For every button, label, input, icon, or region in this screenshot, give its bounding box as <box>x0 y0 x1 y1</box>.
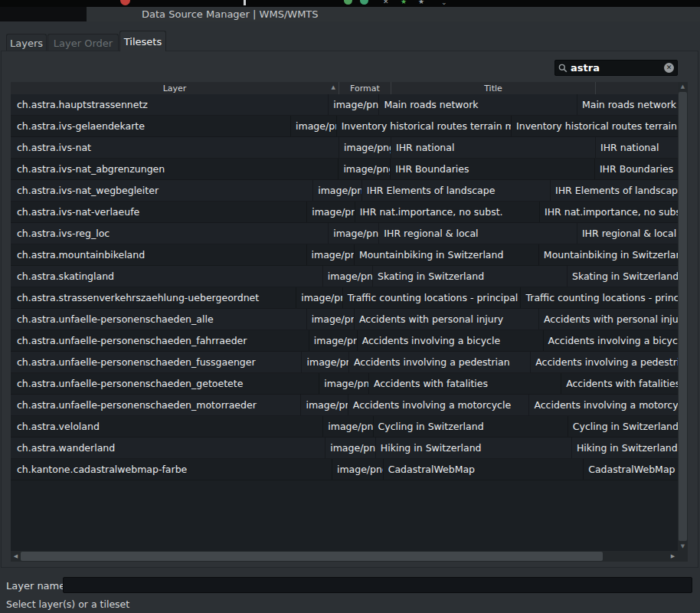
cell-title[interactable]: Hiking in Switzerland <box>376 438 572 458</box>
cell-format[interactable]: image/png <box>313 180 362 201</box>
vertical-scrollbar-thumb[interactable] <box>679 92 687 541</box>
cell-abstract[interactable]: IHR Boundaries <box>595 159 678 179</box>
cell-title[interactable]: Accidents involving a bicycle <box>358 330 544 351</box>
cell-abstract[interactable]: Accidents involving a pedestrian <box>531 352 678 372</box>
cell-title[interactable]: Accidents involving a pedestrian <box>349 352 531 372</box>
cell-abstract[interactable]: Inventory historical routes terrain map <box>512 116 678 136</box>
cell-layer[interactable]: ch.astra.mountainbikeland <box>11 244 307 265</box>
cell-title[interactable]: Skating in Switzerland <box>373 266 568 287</box>
cell-layer[interactable]: ch.astra.strassenverkehrszaehlung-ueberg… <box>11 287 296 308</box>
cell-layer[interactable]: ch.astra.ivs-nat-verlaeufe <box>11 202 307 222</box>
cell-format[interactable]: image/png <box>307 244 355 265</box>
cell-abstract[interactable]: Mountainbiking in Switzerland <box>539 244 678 265</box>
table-row[interactable]: ch.astra.skatingland image/png Skating i… <box>11 266 678 287</box>
cell-layer[interactable]: ch.astra.ivs-nat <box>11 137 339 158</box>
cell-title[interactable]: Accidents with fatalities <box>369 373 561 394</box>
table-row[interactable]: ch.astra.ivs-nat image/png IHR national … <box>11 137 678 159</box>
table-row[interactable]: ch.astra.ivs-reg_loc image/png IHR regio… <box>11 223 678 244</box>
table-row[interactable]: ch.astra.mountainbikeland image/png Moun… <box>11 244 678 266</box>
cell-format[interactable]: image/png <box>319 373 369 394</box>
column-header-layer[interactable]: Layer ▲ <box>11 82 339 94</box>
cell-format[interactable]: image/png <box>339 137 391 158</box>
cell-format[interactable]: image/png <box>332 459 384 480</box>
scroll-right-arrow-icon[interactable]: ▶ <box>668 551 678 562</box>
cell-title[interactable]: IHR national <box>391 137 596 158</box>
cell-layer[interactable]: ch.astra.ivs-gelaendekarte <box>11 116 291 136</box>
cell-format[interactable]: image/png <box>323 416 373 437</box>
clear-search-icon[interactable]: ✕ <box>664 63 674 73</box>
column-header-abstract[interactable] <box>596 82 678 94</box>
column-header-format[interactable]: Format <box>339 82 391 94</box>
cell-abstract[interactable]: Skating in Switzerland <box>568 266 678 287</box>
table-row[interactable]: ch.astra.ivs-nat_abgrenzungen image/png … <box>11 159 678 180</box>
cell-abstract[interactable]: IHR nat.importance, no subst. <box>540 202 678 222</box>
cell-layer[interactable]: ch.astra.hauptstrassennetz <box>11 94 329 115</box>
cell-abstract[interactable]: Traffic counting locations - principal <box>521 287 678 308</box>
cell-abstract[interactable]: IHR regional & local <box>577 223 678 244</box>
cell-layer[interactable]: ch.astra.ivs-reg_loc <box>11 223 329 244</box>
cell-title[interactable]: Traffic counting locations - principal <box>343 287 522 308</box>
cell-format[interactable]: image/png <box>323 266 373 287</box>
cell-title[interactable]: Main roads network <box>379 94 577 115</box>
cell-layer[interactable]: ch.astra.unfaelle-personenschaeden_alle <box>11 309 307 329</box>
cell-layer[interactable]: ch.astra.wanderland <box>11 438 325 458</box>
table-row[interactable]: ch.astra.ivs-nat_wegbegleiter image/png … <box>11 180 678 202</box>
cell-format[interactable]: image/png <box>302 352 349 372</box>
table-row[interactable]: ch.astra.ivs-nat-verlaeufe image/png IHR… <box>11 202 678 223</box>
cell-abstract[interactable]: Cycling in Switzerland <box>568 416 678 437</box>
cell-format[interactable]: image/png <box>291 116 337 136</box>
cell-format[interactable]: image/png <box>329 223 379 244</box>
cell-title[interactable]: IHR regional & local <box>379 223 577 244</box>
search-box[interactable]: ✕ <box>554 60 678 76</box>
column-header-title[interactable]: Title <box>391 82 596 94</box>
cell-format[interactable]: image/png <box>296 287 343 308</box>
horizontal-scrollbar-thumb[interactable] <box>21 552 603 561</box>
table-row[interactable]: ch.astra.strassenverkehrszaehlung-ueberg… <box>11 287 678 309</box>
scroll-up-arrow-icon[interactable]: ▲ <box>678 82 688 91</box>
table-row[interactable]: ch.kantone.cadastralwebmap-farbe image/p… <box>11 459 678 480</box>
cell-abstract[interactable]: Accidents with personal injury <box>539 309 678 329</box>
cell-format[interactable]: image/png <box>309 330 358 351</box>
cell-title[interactable]: Accidents involving a motorcycle <box>348 395 530 415</box>
cell-format[interactable]: image/png <box>307 309 355 329</box>
vertical-scrollbar[interactable]: ▲ ▼ <box>678 82 688 551</box>
cell-layer[interactable]: ch.astra.skatingland <box>11 266 323 287</box>
horizontal-scrollbar[interactable]: ◀ ▶ <box>11 551 678 562</box>
cell-layer[interactable]: ch.astra.ivs-nat_abgrenzungen <box>11 159 339 179</box>
cell-title[interactable]: IHR Boundaries <box>391 159 595 179</box>
cell-abstract[interactable]: IHR national <box>596 137 678 158</box>
cell-format[interactable]: image/png <box>301 395 348 415</box>
cell-format[interactable]: image/png <box>307 202 355 222</box>
cell-abstract[interactable]: IHR Elements of landscape <box>551 180 678 201</box>
scroll-left-arrow-icon[interactable]: ◀ <box>11 551 21 562</box>
table-row[interactable]: ch.astra.unfaelle-personenschaeden_fahrr… <box>11 330 678 352</box>
cell-title[interactable]: IHR nat.importance, no subst. <box>355 202 540 222</box>
table-row[interactable]: ch.astra.unfaelle-personenschaeden_getoe… <box>11 373 678 395</box>
scroll-down-arrow-icon[interactable]: ▼ <box>678 542 688 551</box>
cell-title[interactable]: CadastralWebMap <box>384 459 584 480</box>
cell-title[interactable]: Inventory historical routes terrain map <box>337 116 512 136</box>
cell-format[interactable]: image/png <box>325 438 376 458</box>
cell-layer[interactable]: ch.astra.unfaelle-personenschaeden_motor… <box>11 395 301 415</box>
table-row[interactable]: ch.astra.unfaelle-personenschaeden_alle … <box>11 309 678 330</box>
search-input[interactable] <box>568 62 664 74</box>
cell-format[interactable]: image/png <box>329 94 379 115</box>
cell-abstract[interactable]: Main roads network <box>577 94 678 115</box>
cell-layer[interactable]: ch.astra.unfaelle-personenschaeden_fussg… <box>11 352 302 372</box>
cell-title[interactable]: Cycling in Switzerland <box>374 416 568 437</box>
table-row[interactable]: ch.astra.unfaelle-personenschaeden_fussg… <box>11 352 678 373</box>
cell-abstract[interactable]: CadastralWebMap <box>584 459 678 480</box>
table-row[interactable]: ch.astra.veloland image/png Cycling in S… <box>11 416 678 438</box>
table-row[interactable]: ch.astra.unfaelle-personenschaeden_motor… <box>11 395 678 416</box>
cell-layer[interactable]: ch.astra.unfaelle-personenschaeden_fahrr… <box>11 330 309 351</box>
cell-format[interactable]: image/png <box>339 159 391 179</box>
cell-title[interactable]: Accidents with personal injury <box>355 309 539 329</box>
cell-layer[interactable]: ch.astra.unfaelle-personenschaeden_getoe… <box>11 373 319 394</box>
table-row[interactable]: ch.astra.wanderland image/png Hiking in … <box>11 438 678 459</box>
cell-abstract[interactable]: Accidents with fatalities <box>561 373 678 394</box>
table-row[interactable]: ch.astra.hauptstrassennetz image/png Mai… <box>11 94 678 116</box>
cell-abstract[interactable]: Accidents involving a bicycle <box>544 330 678 351</box>
cell-abstract[interactable]: Accidents involving a motorcycle <box>529 395 678 415</box>
cell-layer[interactable]: ch.astra.veloland <box>11 416 323 437</box>
tab-tilesets[interactable]: Tilesets <box>119 31 166 51</box>
